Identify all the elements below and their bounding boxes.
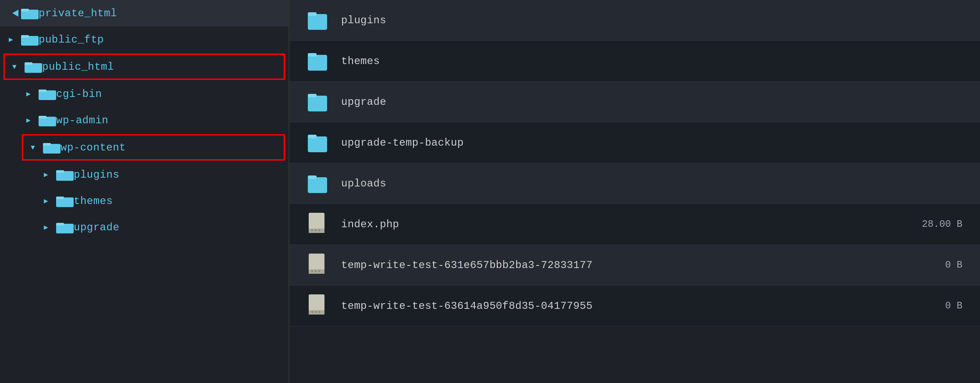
right-size-index-php: 28.00 B bbox=[910, 219, 962, 230]
right-row-upgrade-temp-backup[interactable]: upgrade-temp-backup bbox=[289, 122, 980, 163]
folder-icon bbox=[56, 194, 74, 208]
svg-rect-32 bbox=[315, 229, 317, 231]
svg-rect-4 bbox=[21, 35, 29, 38]
svg-marker-0 bbox=[12, 10, 18, 17]
folder-icon bbox=[307, 172, 328, 195]
tree-item-public_html[interactable]: public_html bbox=[4, 54, 285, 80]
right-file-list: plugins themes upgrade upgrade-temp-back… bbox=[289, 0, 980, 383]
arrow-down-icon bbox=[12, 62, 25, 71]
tree-label-public_ftp: public_ftp bbox=[39, 34, 104, 46]
folder-icon bbox=[21, 6, 39, 20]
arrow-right-icon bbox=[44, 170, 56, 179]
svg-rect-33 bbox=[318, 229, 320, 231]
svg-rect-22 bbox=[308, 53, 317, 57]
tree-item-wp-admin[interactable]: wp-admin bbox=[0, 107, 289, 133]
tree-label-wp-admin: wp-admin bbox=[56, 115, 108, 126]
arrow-right-icon bbox=[26, 116, 39, 125]
file-icon bbox=[307, 213, 328, 236]
folder-icon bbox=[307, 50, 328, 72]
arrow-right-icon bbox=[44, 197, 56, 205]
right-label-upgrade-temp-backup: upgrade-temp-backup bbox=[341, 137, 910, 149]
svg-rect-28 bbox=[308, 175, 317, 179]
tree-label-cgi-bin: cgi-bin bbox=[56, 88, 102, 100]
right-size-temp-write-test-1: 0 B bbox=[910, 260, 962, 271]
tree-item-themes[interactable]: themes bbox=[0, 188, 289, 214]
folder-icon bbox=[56, 220, 74, 234]
svg-rect-38 bbox=[318, 270, 320, 272]
svg-rect-6 bbox=[25, 62, 32, 65]
left-file-tree: private_html public_ftp public_html bbox=[0, 0, 289, 383]
tree-item-public_ftp[interactable]: public_ftp bbox=[0, 26, 289, 53]
folder-icon bbox=[307, 9, 328, 32]
right-row-themes[interactable]: themes bbox=[289, 41, 980, 82]
right-size-temp-write-test-2: 0 B bbox=[910, 301, 962, 311]
svg-rect-25 bbox=[308, 136, 327, 152]
arrow-down-icon bbox=[31, 143, 43, 152]
folder-icon bbox=[307, 90, 328, 113]
folder-icon bbox=[21, 32, 39, 47]
tree-item-private_html[interactable]: private_html bbox=[0, 0, 289, 26]
right-row-uploads[interactable]: uploads bbox=[289, 163, 980, 204]
svg-rect-26 bbox=[308, 135, 317, 138]
arrow-right-icon bbox=[9, 35, 21, 44]
svg-rect-12 bbox=[43, 143, 51, 146]
tree-label-private_html: private_html bbox=[39, 7, 117, 19]
svg-rect-27 bbox=[308, 177, 327, 193]
svg-rect-36 bbox=[311, 270, 313, 272]
right-row-index-php[interactable]: index.php 28.00 B bbox=[289, 204, 980, 245]
svg-rect-18 bbox=[56, 223, 64, 226]
svg-rect-23 bbox=[308, 96, 327, 111]
tree-label-themes: themes bbox=[74, 195, 113, 207]
right-label-plugins: plugins bbox=[341, 14, 910, 26]
right-label-upgrade: upgrade bbox=[341, 96, 910, 108]
svg-rect-24 bbox=[308, 94, 317, 97]
svg-rect-43 bbox=[318, 311, 320, 313]
folder-icon bbox=[56, 168, 74, 182]
tree-item-upgrade[interactable]: upgrade bbox=[0, 214, 289, 240]
right-row-plugins[interactable]: plugins bbox=[289, 0, 980, 41]
folder-icon bbox=[43, 140, 61, 154]
svg-rect-42 bbox=[315, 311, 317, 313]
svg-rect-19 bbox=[308, 14, 327, 30]
right-row-temp-write-test-1[interactable]: temp-write-test-631e657bbb2ba3-72833177 … bbox=[289, 245, 980, 286]
right-label-temp-write-test-1: temp-write-test-631e657bbb2ba3-72833177 bbox=[341, 259, 910, 271]
right-row-temp-write-test-2[interactable]: temp-write-test-63614a950f8d35-04177955 … bbox=[289, 286, 980, 326]
arrow-right-icon bbox=[44, 223, 56, 232]
svg-rect-37 bbox=[315, 270, 317, 272]
folder-icon bbox=[39, 113, 56, 127]
right-label-index-php: index.php bbox=[341, 218, 910, 230]
svg-rect-41 bbox=[311, 311, 313, 313]
svg-rect-20 bbox=[308, 12, 317, 16]
tree-label-public_html: public_html bbox=[42, 61, 114, 73]
tree-item-cgi-bin[interactable]: cgi-bin bbox=[0, 81, 289, 107]
svg-rect-8 bbox=[39, 89, 46, 92]
svg-rect-21 bbox=[308, 55, 327, 71]
tree-label-plugins: plugins bbox=[74, 169, 119, 181]
arrow-right-icon bbox=[26, 89, 39, 98]
file-icon bbox=[307, 294, 328, 317]
svg-rect-2 bbox=[21, 9, 29, 11]
svg-rect-16 bbox=[56, 197, 64, 199]
right-label-temp-write-test-2: temp-write-test-63614a950f8d35-04177955 bbox=[341, 300, 910, 312]
folder-icon bbox=[307, 131, 328, 154]
svg-rect-31 bbox=[311, 229, 313, 231]
folder-icon bbox=[25, 60, 42, 74]
file-icon bbox=[307, 254, 328, 276]
tree-item-wp-content[interactable]: wp-content bbox=[22, 134, 285, 161]
right-label-themes: themes bbox=[341, 55, 910, 67]
folder-icon bbox=[39, 87, 56, 101]
right-row-upgrade[interactable]: upgrade bbox=[289, 82, 980, 122]
svg-rect-14 bbox=[56, 170, 64, 173]
svg-rect-10 bbox=[39, 116, 46, 118]
right-label-uploads: uploads bbox=[341, 178, 910, 190]
tree-label-upgrade: upgrade bbox=[74, 222, 119, 233]
tree-label-wp-content: wp-content bbox=[61, 142, 126, 154]
tree-item-plugins[interactable]: plugins bbox=[0, 161, 289, 188]
back-arrow-icon bbox=[9, 7, 21, 19]
